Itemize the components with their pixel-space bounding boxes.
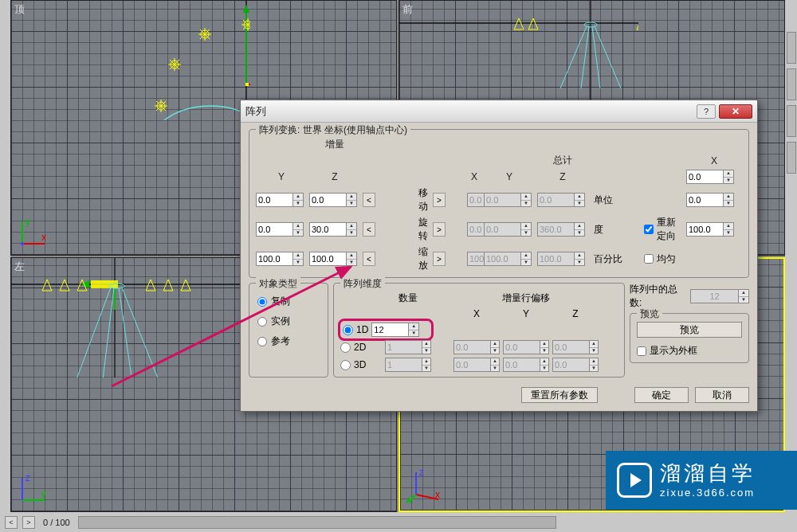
move-left-button[interactable]: <	[363, 193, 375, 207]
scale-tot-x[interactable]: ▲▼	[467, 252, 481, 266]
panel-tab[interactable]	[787, 142, 796, 174]
move-inc-x[interactable]: ▲▼	[686, 170, 742, 184]
count-header: 数量	[385, 291, 431, 305]
next-frame-button[interactable]: >	[22, 516, 35, 529]
off-3d-z[interactable]: ▲▼	[552, 358, 599, 372]
panel-tab[interactable]	[787, 68, 796, 100]
off-2d-z[interactable]: ▲▼	[552, 340, 599, 354]
timeline-scrollbar[interactable]	[78, 516, 556, 529]
offset-header: 增量行偏移	[453, 291, 599, 305]
unit-scale: 百分比	[591, 252, 642, 266]
watermark: 溜溜自学 zixue.3d66.com	[606, 451, 797, 510]
op-move: 移动	[416, 186, 430, 213]
rotate-right-button[interactable]: >	[433, 222, 446, 237]
rotate-inc-y[interactable]: ▲▼	[256, 222, 307, 237]
group-legend: 阵列变换: 世界 坐标(使用轴点中心)	[256, 123, 410, 137]
group-preview: 预览 预览 显示为外框	[630, 313, 749, 363]
scale-left-button[interactable]: <	[363, 252, 375, 266]
count-1d[interactable]: ▲▼	[371, 323, 419, 337]
timeline-bar: < > 0 / 100	[0, 512, 797, 532]
help-button[interactable]: ?	[697, 104, 716, 119]
svg-text:x: x	[435, 489, 440, 500]
scale-inc-z[interactable]: ▲▼	[309, 252, 360, 266]
close-button[interactable]: ✕	[719, 104, 752, 119]
svg-line-58	[87, 288, 114, 377]
prev-frame-button[interactable]: <	[5, 516, 18, 529]
move-inc-y[interactable]: ▲▼	[256, 193, 307, 207]
dialog-title: 阵列	[245, 104, 697, 119]
svg-text:z: z	[419, 467, 424, 478]
preview-button[interactable]: 预览	[637, 322, 742, 338]
count-3d[interactable]: ▲▼	[385, 358, 431, 372]
svg-text:x: x	[41, 232, 46, 243]
scale-tot-z[interactable]: ▲▼	[537, 252, 588, 266]
sub-increment: 增量	[256, 138, 414, 151]
off-3d-x[interactable]: ▲▼	[453, 358, 500, 372]
rotate-tot-x[interactable]: ▲▼	[467, 222, 481, 237]
svg-rect-7	[245, 83, 249, 86]
svg-line-46	[560, 26, 587, 88]
rotate-tot-y[interactable]: ▲▼	[484, 222, 535, 237]
scale-tot-y[interactable]: ▲▼	[484, 252, 535, 266]
viewport-content	[11, 1, 250, 120]
move-tot-y[interactable]: ▲▼	[484, 193, 535, 207]
move-right-button[interactable]: >	[433, 193, 446, 207]
ok-button[interactable]: 确定	[634, 387, 689, 403]
reset-button[interactable]: 重置所有参数	[521, 387, 598, 403]
panel-tab[interactable]	[787, 32, 796, 64]
group-array-transform: 阵列变换: 世界 坐标(使用轴点中心) 增量 总计 X Y Z X Y Z ▲▼…	[249, 129, 749, 278]
axis-indicator: y z	[18, 473, 49, 505]
radio-2d[interactable]: 2D	[340, 342, 382, 353]
group-object-type: 对象类型 复制 实例 参考	[249, 283, 328, 377]
axis-y-header: Y	[256, 171, 307, 182]
unit-rotate: 度	[591, 223, 642, 237]
frame-display: 0 / 100	[40, 518, 73, 527]
off-2d-x[interactable]: ▲▼	[453, 340, 500, 354]
svg-line-49	[592, 26, 600, 88]
scale-inc-x[interactable]: ▲▼	[686, 222, 742, 237]
svg-line-47	[595, 26, 621, 88]
rotate-inc-z[interactable]: ▲▼	[309, 222, 360, 237]
left-toolbar	[0, 0, 10, 532]
total-in-array: 阵列中的总数: ▲▼	[630, 283, 749, 310]
svg-line-48	[581, 26, 589, 88]
svg-text:y: y	[26, 217, 30, 227]
off-3d-y[interactable]: ▲▼	[503, 358, 549, 372]
op-scale: 缩放	[416, 245, 430, 272]
panel-tab[interactable]	[787, 105, 796, 137]
move-inc-z[interactable]: ▲▼	[309, 193, 360, 207]
radio-1d[interactable]: 1D	[343, 324, 368, 335]
cancel-button[interactable]: 取消	[695, 387, 749, 403]
sub-total: 总计	[537, 154, 588, 167]
uniform-checkbox[interactable]: 均匀	[644, 252, 684, 266]
axis-x-header: X	[467, 171, 481, 182]
unit-move: 单位	[591, 194, 642, 207]
op-rotate: 旋转	[416, 216, 430, 243]
svg-point-39	[21, 242, 24, 245]
rotate-tot-z[interactable]: ▲▼	[537, 222, 588, 237]
scale-inc-y[interactable]: ▲▼	[256, 252, 307, 266]
svg-text:y: y	[408, 494, 413, 504]
axis-y-header: Y	[484, 171, 535, 182]
dialog-titlebar[interactable]: 阵列 ? ✕	[241, 100, 757, 123]
wireframe-checkbox[interactable]: 显示为外框	[637, 344, 742, 358]
svg-rect-53	[91, 280, 118, 288]
group-array-dimensions: 阵列维度 数量 增量行偏移 X Y Z 1D ▲▼	[333, 283, 625, 377]
viewport-label-front: 前	[402, 2, 413, 17]
svg-text:y: y	[41, 488, 46, 499]
off-2d-y[interactable]: ▲▼	[503, 340, 549, 354]
axis-z-header: Z	[537, 171, 588, 182]
radio-copy[interactable]: 复制	[257, 295, 320, 308]
move-tot-x[interactable]: ▲▼	[467, 193, 481, 207]
array-dialog: 阵列 ? ✕ 阵列变换: 世界 坐标(使用轴点中心) 增量 总计 X Y Z X…	[240, 100, 758, 412]
radio-instance[interactable]: 实例	[257, 315, 320, 328]
scale-right-button[interactable]: >	[433, 252, 446, 266]
axis-indicator: x y z	[406, 467, 443, 504]
count-2d[interactable]: ▲▼	[385, 340, 431, 354]
radio-3d[interactable]: 3D	[340, 359, 382, 370]
rotate-left-button[interactable]: <	[363, 222, 375, 237]
reorient-checkbox[interactable]: 重新定向	[644, 216, 684, 243]
rotate-inc-x[interactable]: ▲▼	[686, 193, 742, 207]
radio-reference[interactable]: 参考	[257, 334, 320, 348]
move-tot-z[interactable]: ▲▼	[537, 193, 588, 207]
